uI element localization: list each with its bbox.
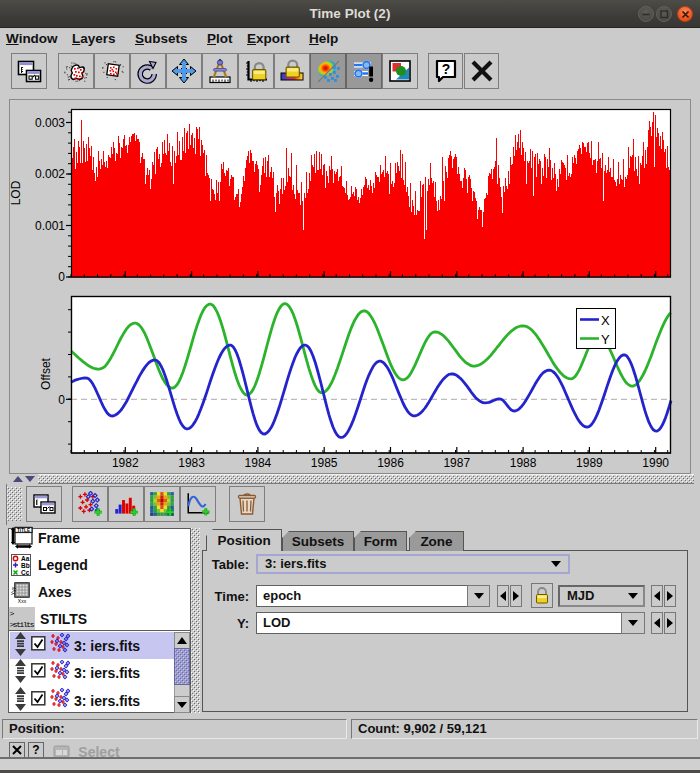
svg-text:0.002: 0.002 <box>35 167 65 181</box>
svg-text:Xxx: Xxx <box>18 598 27 604</box>
svg-text:1985: 1985 <box>311 456 338 470</box>
svg-text:Cc: Cc <box>21 569 30 576</box>
svg-text:1984: 1984 <box>245 456 272 470</box>
svg-text:>stilts: >stilts <box>10 620 35 629</box>
svg-text:1986: 1986 <box>377 456 404 470</box>
svg-text:LOD: LOD <box>9 180 23 205</box>
svg-text:>: > <box>10 609 15 618</box>
svg-text:1987: 1987 <box>443 456 470 470</box>
svg-text:Y: Y <box>601 332 610 347</box>
svg-text:1982: 1982 <box>112 456 139 470</box>
svg-text:TITLE: TITLE <box>17 528 30 533</box>
svg-text:Aa: Aa <box>21 555 30 562</box>
svg-text:Offset: Offset <box>39 357 53 389</box>
svg-text:1983: 1983 <box>178 456 205 470</box>
svg-text:1989: 1989 <box>576 456 603 470</box>
svg-text:1988: 1988 <box>510 456 537 470</box>
svg-text:0: 0 <box>58 270 65 284</box>
svg-text:1990: 1990 <box>642 456 669 470</box>
svg-text:0.001: 0.001 <box>35 219 65 233</box>
svg-text:Yyy: Yyy <box>10 586 16 595</box>
svg-text:Bb: Bb <box>21 562 30 569</box>
svg-text:0.003: 0.003 <box>35 116 65 130</box>
svg-text:0: 0 <box>58 393 65 407</box>
svg-text:X: X <box>601 313 610 328</box>
